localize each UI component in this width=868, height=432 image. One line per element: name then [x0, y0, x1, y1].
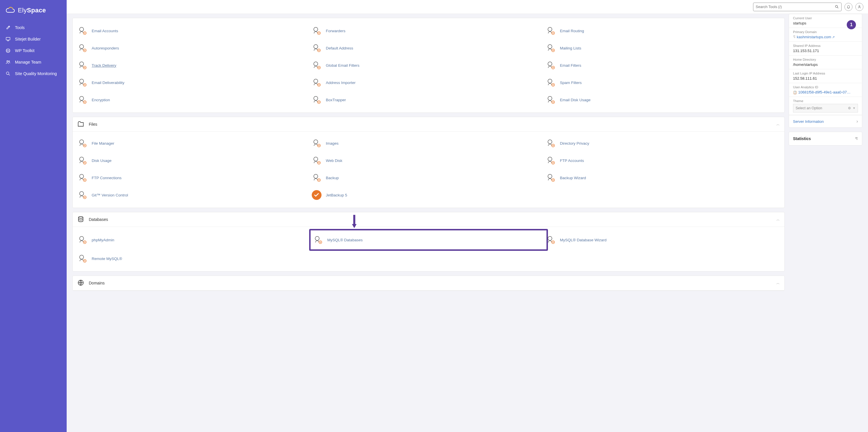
app-autoresponders[interactable]: Autoresponders [77, 39, 311, 57]
app-icon [546, 60, 556, 70]
app-web-disk[interactable]: Web Disk [311, 152, 546, 169]
sidebar-item-label: Tools [15, 25, 25, 30]
app-email-filters[interactable]: Email Filters [546, 57, 780, 74]
svg-point-64 [548, 236, 552, 240]
svg-point-23 [548, 62, 552, 66]
app-email-accounts[interactable]: Email Accounts [77, 22, 311, 39]
app-label: JetBackup 5 [326, 193, 347, 197]
svg-point-45 [314, 157, 318, 161]
app-icon [546, 155, 556, 166]
app-directory-privacy[interactable]: Directory Privacy [546, 135, 780, 152]
svg-point-51 [314, 174, 318, 178]
svg-point-58 [79, 217, 83, 218]
account-button[interactable] [855, 3, 863, 11]
app-backup[interactable]: Backup [311, 169, 546, 186]
info-label: Shared IP Address [793, 44, 858, 48]
analytics-id-link[interactable]: 10681f58-d9f5-49e1-aaa0-07… [798, 90, 850, 94]
app-global-email-filters[interactable]: Global Email Filters [311, 57, 546, 74]
notifications-button[interactable] [844, 3, 852, 11]
app-mysql-databases[interactable]: MySQL® Databases [313, 231, 544, 249]
app-encryption[interactable]: Encryption [77, 91, 311, 109]
server-info-link[interactable]: Server Information › [789, 115, 862, 127]
users-icon [5, 59, 11, 65]
panel-header-domains[interactable]: Domains ︿ [73, 276, 784, 290]
main-column: Email Accounts Forwarders Email Routing … [72, 14, 785, 291]
app-icon [313, 235, 323, 245]
app-label: Backup [326, 176, 339, 180]
sidebar-item-sitequality[interactable]: Site Quality Monitoring [0, 68, 67, 79]
panel-databases: Databases ︿ phpMyAdmin MySQL® Databases … [72, 212, 785, 271]
panel-title: Domains [89, 281, 104, 285]
last-login-value: 152.58.111.61 [793, 76, 858, 81]
svg-point-35 [548, 96, 552, 100]
clipboard-icon[interactable] [793, 90, 798, 94]
svg-point-11 [548, 27, 552, 31]
search-input[interactable] [756, 5, 835, 9]
info-label: Current User [793, 17, 858, 20]
statistics-title: Statistics [793, 136, 811, 141]
app-label: Images [326, 141, 338, 146]
sidebar-item-label: Manage Team [15, 60, 41, 64]
sidebar-item-manageteam[interactable]: Manage Team [0, 56, 67, 68]
sidebar-item-label: Site Quality Monitoring [15, 71, 57, 76]
app-icon [311, 155, 322, 166]
app-icon [546, 138, 556, 148]
primary-domain-link[interactable]: kashmirstartups.com [797, 35, 835, 39]
highlight-box: MySQL® Databases [309, 229, 548, 251]
app-email-routing[interactable]: Email Routing [546, 22, 780, 39]
app-icon [311, 77, 322, 88]
svg-point-47 [548, 157, 552, 161]
app-label: Remote MySQL® [92, 257, 122, 261]
brand-text: ElyElySpaceSpace [18, 7, 46, 14]
sidebar-item-wptoolkit[interactable]: WP Toolkit [0, 45, 67, 56]
svg-point-25 [80, 79, 84, 83]
panel-header-databases[interactable]: Databases ︿ [73, 212, 784, 227]
app-ftp-accounts[interactable]: FTP Accounts [546, 152, 780, 169]
app-label: Directory Privacy [560, 141, 589, 146]
app-default-address[interactable]: Default Address [311, 39, 546, 57]
sidebar: ElyElySpaceSpace Tools Sitejet Builder W… [0, 0, 67, 432]
app-label: FTP Accounts [560, 159, 584, 163]
svg-point-41 [548, 140, 552, 144]
app-mysql-database-wizard[interactable]: MySQL® Database Wizard [546, 230, 780, 250]
app-remote-mysql-[interactable]: Remote MySQL® [77, 250, 311, 267]
app-label: MySQL® Databases [327, 238, 363, 242]
main-area: Email Accounts Forwarders Email Routing … [67, 0, 868, 432]
app-icon [311, 60, 322, 70]
svg-point-27 [314, 79, 318, 83]
app-label: Email Routing [560, 29, 584, 33]
app-address-importer[interactable]: Address Importer [311, 74, 546, 91]
app-ftp-connections[interactable]: FTP Connections [77, 169, 311, 186]
app-mailing-lists[interactable]: Mailing Lists [546, 39, 780, 57]
panel-header-files[interactable]: Files ︿ [73, 117, 784, 132]
magnify-icon [5, 71, 11, 77]
app-phpmyadmin[interactable]: phpMyAdmin [77, 230, 311, 250]
arrow-annotation [352, 214, 357, 229]
app-images[interactable]: Images [311, 135, 546, 152]
panel-domains: Domains ︿ [72, 276, 785, 291]
app-icon [546, 77, 556, 88]
svg-point-33 [314, 96, 318, 100]
app-forwarders[interactable]: Forwarders [311, 22, 546, 39]
svg-point-13 [80, 45, 84, 49]
app-email-disk-usage[interactable]: Email Disk Usage [546, 91, 780, 109]
app-backup-wizard[interactable]: Backup Wizard [546, 169, 780, 186]
sidebar-item-sitejet[interactable]: Sitejet Builder [0, 33, 67, 45]
app-jetbackup-5[interactable]: JetBackup 5 [311, 186, 546, 204]
theme-select[interactable]: Select an Option ▼ [793, 104, 858, 112]
brand-logo[interactable]: ElyElySpaceSpace [0, 5, 67, 22]
side-column: Current User startups Primary Domain kas… [789, 14, 862, 146]
app-boxtrapper[interactable]: BoxTrapper [311, 91, 546, 109]
app-git-version-control[interactable]: Git™ Version Control [77, 186, 311, 204]
app-disk-usage[interactable]: Disk Usage [77, 152, 311, 169]
sidebar-item-tools[interactable]: Tools [0, 22, 67, 33]
svg-point-4 [6, 72, 9, 75]
search-box[interactable] [753, 3, 842, 11]
app-icon [77, 43, 88, 53]
app-file-manager[interactable]: File Manager [77, 135, 311, 152]
loading-icon [855, 136, 858, 141]
app-label: Email Filters [560, 63, 581, 67]
app-email-deliverability[interactable]: Email Deliverability [77, 74, 311, 91]
app-track-delivery[interactable]: Track Delivery [77, 57, 311, 74]
app-spam-filters[interactable]: Spam Filters [546, 74, 780, 91]
